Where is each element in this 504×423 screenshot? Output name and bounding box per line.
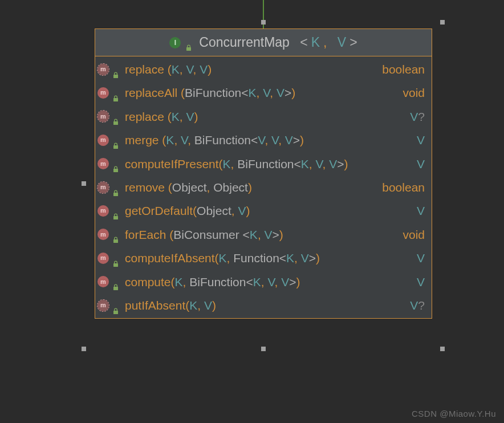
method-row[interactable]: mreplaceAll (BiFunction<K, V, V>)void xyxy=(95,81,432,104)
method-row[interactable]: mcomputeIfPresent(K, BiFunction<K, V, V>… xyxy=(95,152,432,176)
method-signature: merge (K, V, BiFunction<V, V, V>) xyxy=(125,132,414,148)
resize-handle[interactable] xyxy=(82,181,86,186)
lock-icon xyxy=(112,231,119,238)
method-row[interactable]: mremove (Object, Object)boolean xyxy=(95,176,432,199)
class-name: ConcurrentMap xyxy=(199,35,290,50)
token-type: V xyxy=(238,204,246,217)
token-paren: ( xyxy=(164,110,172,123)
token-type: K xyxy=(223,157,231,170)
return-type: V xyxy=(417,156,425,172)
method-icon: m xyxy=(97,229,109,240)
token-paren: ( xyxy=(219,157,223,170)
resize-handle[interactable] xyxy=(440,347,445,351)
method-row[interactable]: mgetOrDefault(Object, V)V xyxy=(95,199,432,222)
token-plain: BiFunction xyxy=(189,275,246,288)
return-type: V? xyxy=(410,297,425,314)
method-signature: replace (K, V) xyxy=(125,108,408,125)
token-paren: ) xyxy=(296,275,300,288)
abstract-method-icon: m xyxy=(97,182,109,193)
token-angle: < xyxy=(239,228,250,241)
lock-icon xyxy=(112,184,119,191)
method-signature: forEach (BiConsumer <K, V>) xyxy=(125,226,400,243)
token-type: V xyxy=(258,133,265,147)
token-comma: , xyxy=(193,63,200,76)
token-name: forEach xyxy=(125,228,166,241)
token-type: V xyxy=(267,275,274,288)
token-name: boolean xyxy=(382,63,425,76)
method-row[interactable]: mreplace (K, V, V)boolean xyxy=(95,58,432,81)
token-angle: < xyxy=(251,133,258,147)
lock-icon xyxy=(112,137,119,144)
token-name: computeIfAbsent xyxy=(125,251,215,265)
token-plain: BiFunction xyxy=(237,157,294,170)
token-type: K xyxy=(172,110,180,123)
token-type: V xyxy=(204,299,212,312)
token-comma: , xyxy=(180,63,186,76)
token-type: V xyxy=(417,133,425,147)
token-comma: , xyxy=(309,157,316,170)
method-signature: replace (K, V, V) xyxy=(125,61,380,78)
return-type: V xyxy=(417,274,425,290)
type-param-v: V xyxy=(338,35,346,50)
token-comma: , xyxy=(227,251,234,265)
method-signature: compute(K, BiFunction<K, V, V>) xyxy=(125,274,414,290)
method-signature: putIfAbsent(K, V) xyxy=(125,297,408,314)
lock-icon xyxy=(112,90,119,96)
token-comma: , xyxy=(258,228,265,241)
token-type: V xyxy=(263,86,270,99)
token-comma: , xyxy=(270,86,277,99)
token-paren: ) xyxy=(212,299,216,312)
token-plain: Function xyxy=(233,251,279,265)
return-type: void xyxy=(403,84,425,101)
token-comma: , xyxy=(231,204,238,217)
token-comma: , xyxy=(265,133,271,147)
method-row[interactable]: mcompute(K, BiFunction<K, V, V>)V xyxy=(95,270,432,294)
type-param-sep: , xyxy=(323,35,327,50)
lock-icon xyxy=(112,66,119,73)
interface-icon: I xyxy=(169,37,181,48)
token-type: K xyxy=(253,275,261,288)
token-angle: < xyxy=(279,251,286,265)
method-row[interactable]: mreplace (K, V)V? xyxy=(95,105,432,128)
token-type: V xyxy=(271,133,278,147)
method-row[interactable]: mmerge (K, V, BiFunction<V, V, V>)V xyxy=(95,128,432,152)
token-type: V xyxy=(285,133,293,147)
token-comma: , xyxy=(323,157,330,170)
token-paren: ) xyxy=(316,251,320,265)
class-header[interactable]: I ConcurrentMap < K , V > xyxy=(95,29,432,56)
token-type: K xyxy=(219,251,227,265)
token-comma: , xyxy=(183,275,190,288)
token-name: replace xyxy=(125,110,164,123)
resize-handle[interactable] xyxy=(82,347,86,351)
token-paren: ( xyxy=(171,275,175,288)
token-plain: BiFunction xyxy=(185,86,241,99)
token-name: putIfAbsent xyxy=(125,299,185,312)
resize-handle[interactable] xyxy=(440,20,445,25)
token-comma: , xyxy=(294,251,301,265)
method-signature: computeIfPresent(K, BiFunction<K, V, V>) xyxy=(125,156,414,172)
generic-close: > xyxy=(349,35,357,50)
lock-icon xyxy=(112,160,119,167)
token-type: V xyxy=(186,110,194,123)
method-row[interactable]: mputIfAbsent(K, V)V? xyxy=(95,294,432,317)
abstract-method-icon: m xyxy=(97,64,109,75)
method-row[interactable]: mcomputeIfAbsent(K, Function<K, V>)V xyxy=(95,246,432,270)
token-type: V xyxy=(200,63,208,76)
resize-handle[interactable] xyxy=(261,20,266,25)
token-comma: , xyxy=(180,110,186,123)
token-paren: ) xyxy=(194,110,198,123)
token-comma: , xyxy=(197,299,204,312)
token-angle: > xyxy=(284,86,291,99)
method-signature: remove (Object, Object) xyxy=(125,179,380,196)
token-name: replace xyxy=(125,63,164,76)
class-diagram-node[interactable]: I ConcurrentMap < K , V > mreplace (K, V… xyxy=(95,29,432,319)
method-icon: m xyxy=(97,253,109,264)
method-icon: m xyxy=(97,135,109,146)
return-type: boolean xyxy=(382,61,425,78)
token-type: V xyxy=(277,86,284,99)
token-plain: BiFunction xyxy=(194,133,251,147)
method-row[interactable]: mforEach (BiConsumer <K, V>)void xyxy=(95,223,432,246)
token-paren: ) xyxy=(248,181,252,194)
resize-handle[interactable] xyxy=(261,347,266,351)
abstract-method-icon: m xyxy=(97,111,109,122)
